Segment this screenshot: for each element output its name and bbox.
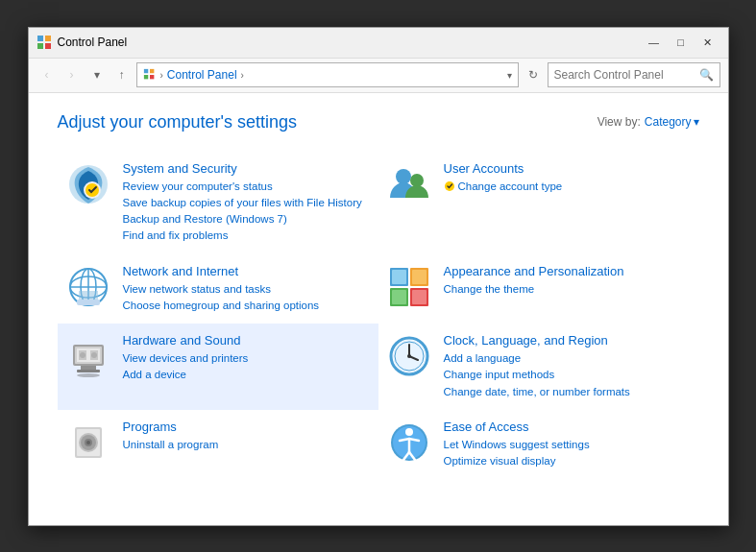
content-area: Adjust your computer's settings View by:… xyxy=(29,93,728,525)
forward-button[interactable]: › xyxy=(61,64,83,85)
svg-rect-36 xyxy=(81,366,96,370)
hardware-link-2[interactable]: Add a device xyxy=(123,367,371,383)
ease-title[interactable]: Ease of Access xyxy=(444,420,692,434)
clock-link-3[interactable]: Change date, time, or number formats xyxy=(444,384,692,400)
clock-text: Clock, Language, and Region Add a langua… xyxy=(444,333,692,400)
category-appearance[interactable]: Appearance and Personalization Change th… xyxy=(378,254,699,324)
svg-rect-4 xyxy=(143,69,147,73)
content-header: Adjust your computer's settings View by:… xyxy=(58,112,699,132)
svg-point-35 xyxy=(91,352,97,358)
system-link-2[interactable]: Save backup copies of your files with Fi… xyxy=(123,195,371,211)
breadcrumb-dropdown-button[interactable]: ▾ xyxy=(507,70,512,81)
user-link-1[interactable]: Change account type xyxy=(444,179,692,198)
system-security-title[interactable]: System and Security xyxy=(123,161,371,176)
system-link-1[interactable]: Review your computer's status xyxy=(123,179,371,195)
network-link-1[interactable]: View network status and tasks xyxy=(123,281,371,298)
system-link-4[interactable]: Find and fix problems xyxy=(123,228,371,244)
network-link-2[interactable]: Choose homegroup and sharing options xyxy=(123,298,371,314)
up-button[interactable]: ↑ xyxy=(111,64,133,85)
network-title[interactable]: Network and Internet xyxy=(123,264,371,278)
user-accounts-text: User Accounts Change account type xyxy=(444,161,692,198)
svg-rect-6 xyxy=(143,75,147,79)
network-icon xyxy=(65,264,111,310)
hardware-link-1[interactable]: View devices and printers xyxy=(123,350,371,367)
category-user-accounts[interactable]: User Accounts Change account type xyxy=(378,152,699,254)
svg-rect-27 xyxy=(392,290,406,304)
system-link-3[interactable]: Backup and Restore (Windows 7) xyxy=(123,211,371,228)
hardware-text: Hardware and Sound View devices and prin… xyxy=(123,333,371,384)
close-button[interactable]: ✕ xyxy=(695,33,720,52)
category-clock[interactable]: Clock, Language, and Region Add a langua… xyxy=(378,324,699,410)
breadcrumb-separator-2: › xyxy=(241,70,244,81)
category-hardware[interactable]: Hardware and Sound View devices and prin… xyxy=(58,324,378,410)
svg-rect-7 xyxy=(150,75,154,79)
search-input[interactable] xyxy=(554,68,699,82)
ease-link-1[interactable]: Let Windows suggest settings xyxy=(444,437,692,453)
svg-rect-1 xyxy=(45,36,51,41)
svg-rect-25 xyxy=(392,270,406,284)
ease-text: Ease of Access Let Windows suggest setti… xyxy=(444,420,692,470)
breadcrumb-bar: › Control Panel › ▾ xyxy=(136,62,519,87)
window-controls: — □ ✕ xyxy=(642,33,720,52)
programs-text: Programs Uninstall a program xyxy=(123,420,371,453)
recent-pages-button[interactable]: ▾ xyxy=(86,64,108,85)
hardware-title[interactable]: Hardware and Sound xyxy=(123,333,371,348)
clock-title[interactable]: Clock, Language, and Region xyxy=(444,333,692,348)
svg-rect-5 xyxy=(150,69,154,73)
appearance-link-1[interactable]: Change the theme xyxy=(444,281,692,298)
svg-rect-0 xyxy=(37,36,43,41)
svg-rect-26 xyxy=(412,270,427,284)
category-ease[interactable]: Ease of Access Let Windows suggest setti… xyxy=(378,410,699,480)
control-panel-window: Control Panel — □ ✕ ‹ › ▾ ↑ › Control Pa… xyxy=(28,27,729,526)
programs-icon xyxy=(65,420,111,466)
svg-point-50 xyxy=(86,441,90,444)
view-by: View by: Category ▾ xyxy=(597,115,699,129)
categories-grid: System and Security Review your computer… xyxy=(58,152,699,480)
address-bar: ‹ › ▾ ↑ › Control Panel › ▾ ↻ 🔍 xyxy=(29,59,728,93)
minimize-button[interactable]: — xyxy=(642,33,667,52)
system-security-text: System and Security Review your computer… xyxy=(123,161,371,245)
svg-rect-28 xyxy=(412,290,427,304)
system-security-icon xyxy=(65,161,111,207)
breadcrumb-control-panel[interactable]: Control Panel xyxy=(167,68,237,82)
title-bar: Control Panel — □ ✕ xyxy=(29,28,728,59)
appearance-text: Appearance and Personalization Change th… xyxy=(444,264,692,298)
category-system-security[interactable]: System and Security Review your computer… xyxy=(58,152,378,254)
category-programs[interactable]: Programs Uninstall a program xyxy=(58,410,378,480)
svg-point-53 xyxy=(405,428,413,436)
svg-rect-37 xyxy=(77,370,100,372)
view-by-dropdown[interactable]: Category ▾ xyxy=(645,115,699,129)
svg-rect-20 xyxy=(77,300,100,305)
window-title: Control Panel xyxy=(58,36,642,49)
svg-point-44 xyxy=(407,354,411,358)
clock-link-2[interactable]: Change input methods xyxy=(444,367,692,383)
user-accounts-icon xyxy=(386,161,432,207)
programs-link-1[interactable]: Uninstall a program xyxy=(123,437,371,453)
view-by-label: View by: xyxy=(597,115,641,129)
appearance-icon xyxy=(386,264,432,310)
hardware-icon xyxy=(65,333,111,379)
search-icon: 🔍 xyxy=(699,68,714,82)
svg-point-11 xyxy=(396,169,411,184)
ease-link-2[interactable]: Optimize visual display xyxy=(444,453,692,469)
user-accounts-title[interactable]: User Accounts xyxy=(444,161,692,176)
refresh-button[interactable]: ↻ xyxy=(523,64,544,85)
ease-icon xyxy=(386,420,432,466)
breadcrumb-icon xyxy=(143,68,157,82)
programs-title[interactable]: Programs xyxy=(123,420,371,434)
clock-link-1[interactable]: Add a language xyxy=(444,350,692,367)
svg-rect-3 xyxy=(45,43,51,49)
breadcrumb-separator: › xyxy=(160,70,163,81)
search-bar: 🔍 xyxy=(548,62,720,87)
page-title: Adjust your computer's settings xyxy=(58,112,298,132)
back-button[interactable]: ‹ xyxy=(37,64,58,85)
appearance-title[interactable]: Appearance and Personalization xyxy=(444,264,692,278)
svg-point-34 xyxy=(80,352,85,358)
network-text: Network and Internet View network status… xyxy=(123,264,371,315)
maximize-button[interactable]: □ xyxy=(669,33,694,52)
window-icon xyxy=(37,35,52,50)
clock-icon xyxy=(386,333,432,379)
category-network[interactable]: Network and Internet View network status… xyxy=(58,254,378,324)
svg-rect-2 xyxy=(37,43,43,49)
svg-point-12 xyxy=(410,174,424,187)
